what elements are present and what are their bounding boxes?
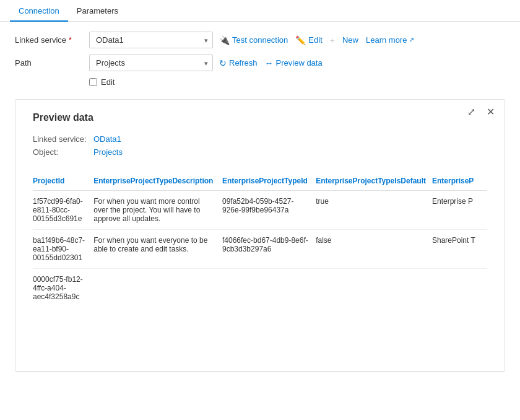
cell-description: For when you want everyone to be able to… bbox=[93, 230, 222, 269]
cell-isDefault bbox=[316, 269, 432, 308]
col-header-typeid: EnterpriseProjectTypeId bbox=[222, 172, 316, 191]
tab-connection[interactable]: Connection bbox=[10, 0, 68, 22]
refresh-button[interactable]: ↻ Refresh bbox=[219, 58, 258, 68]
pencil-icon: ✏️ bbox=[295, 35, 306, 45]
col-header-projectid: ProjectId bbox=[33, 172, 93, 191]
panel-controls: ⤢ ✕ bbox=[465, 105, 497, 119]
plug-icon: 🔌 bbox=[219, 35, 230, 45]
path-actions: ↻ Refresh ↔ Preview data bbox=[219, 58, 323, 68]
panel-body: Preview data Linked service: OData1 Obje… bbox=[15, 100, 505, 320]
preview-panel: ⤢ ✕ Preview data Linked service: OData1 … bbox=[15, 99, 505, 372]
preview-linked-service-row: Linked service: OData1 bbox=[33, 134, 487, 144]
preview-object-row: Object: Projects bbox=[33, 147, 487, 157]
edit-checkbox-label[interactable]: Edit bbox=[101, 77, 115, 87]
learn-more-button[interactable]: Learn more ↗ bbox=[366, 35, 414, 45]
col-header-enterprise: EnterpriseP bbox=[432, 172, 487, 191]
cell-enterprise: SharePoint T bbox=[432, 230, 487, 269]
linked-service-row: Linked service * OData1 ▾ 🔌 Test connect… bbox=[15, 32, 505, 48]
path-label: Path bbox=[15, 58, 83, 68]
cell-enterprise: Enterprise P bbox=[432, 191, 487, 230]
path-row: Path Projects ▾ ↻ Refresh ↔ Preview data bbox=[15, 55, 505, 71]
linked-service-select[interactable]: OData1 bbox=[89, 32, 213, 48]
cell-typeId bbox=[222, 269, 316, 308]
preview-object-value[interactable]: Projects bbox=[93, 147, 123, 157]
edit-linked-service-button[interactable]: ✏️ Edit bbox=[295, 35, 322, 45]
form-area: Linked service * OData1 ▾ 🔌 Test connect… bbox=[0, 22, 520, 93]
table-row: 0000cf75-fb12-4ffc-a404-aec4f3258a9c bbox=[33, 269, 487, 308]
cell-description: For when you want more control over the … bbox=[93, 191, 222, 230]
table-row: 1f57cd99-6fa0-e811-80cc-00155d3c691eFor … bbox=[33, 191, 487, 230]
path-select-wrap: Projects ▾ bbox=[89, 55, 213, 71]
expand-button[interactable]: ⤢ bbox=[465, 105, 478, 119]
preview-linked-service-value[interactable]: OData1 bbox=[93, 134, 121, 144]
preview-table: ProjectId EnterpriseProjectTypeDescripti… bbox=[33, 172, 487, 307]
preview-object-label: Object: bbox=[33, 147, 89, 157]
cell-projectId: 0000cf75-fb12-4ffc-a404-aec4f3258a9c bbox=[33, 269, 93, 308]
test-connection-button[interactable]: 🔌 Test connection bbox=[219, 35, 288, 45]
new-button[interactable]: New bbox=[342, 35, 358, 45]
linked-service-select-wrap: OData1 ▾ bbox=[89, 32, 213, 48]
cell-isDefault: false bbox=[316, 230, 432, 269]
required-indicator: * bbox=[66, 35, 72, 45]
edit-checkbox[interactable] bbox=[89, 78, 97, 86]
preview-data-button[interactable]: ↔ Preview data bbox=[265, 58, 323, 68]
tab-parameters[interactable]: Parameters bbox=[68, 0, 127, 22]
path-select[interactable]: Projects bbox=[89, 55, 213, 71]
cell-projectId: 1f57cd99-6fa0-e811-80cc-00155d3c691e bbox=[33, 191, 93, 230]
table-header-row: ProjectId EnterpriseProjectTypeDescripti… bbox=[33, 172, 487, 191]
table-row: ba1f49b6-48c7-ea11-bf90-00155dd02301For … bbox=[33, 230, 487, 269]
preview-linked-service-label: Linked service: bbox=[33, 134, 89, 144]
main-container: Connection Parameters Linked service * O… bbox=[0, 0, 520, 420]
cell-typeId: 09fa52b4-059b-4527-926e-99f9be96437a bbox=[222, 191, 316, 230]
cell-typeId: f4066fec-bd67-4db9-8e6f-9cb3d3b297a6 bbox=[222, 230, 316, 269]
linked-service-label: Linked service * bbox=[15, 35, 83, 45]
cell-projectId: ba1f49b6-48c7-ea11-bf90-00155dd02301 bbox=[33, 230, 93, 269]
external-link-icon: ↗ bbox=[409, 36, 414, 44]
separator-plus: + bbox=[330, 35, 335, 45]
edit-checkbox-row: Edit bbox=[89, 77, 505, 87]
tab-bar: Connection Parameters bbox=[0, 0, 520, 22]
refresh-icon: ↻ bbox=[219, 58, 227, 68]
col-header-desc: EnterpriseProjectTypeDescription bbox=[93, 172, 222, 191]
col-header-isdefault: EnterpriseProjectTypeIsDefault bbox=[316, 172, 432, 191]
cell-description bbox=[93, 269, 222, 308]
cell-isDefault: true bbox=[316, 191, 432, 230]
preview-panel-title: Preview data bbox=[33, 112, 487, 123]
cell-enterprise bbox=[432, 269, 487, 308]
preview-icon: ↔ bbox=[265, 58, 274, 68]
close-button[interactable]: ✕ bbox=[484, 105, 497, 119]
linked-service-actions: 🔌 Test connection ✏️ Edit + New Learn mo… bbox=[219, 35, 414, 45]
